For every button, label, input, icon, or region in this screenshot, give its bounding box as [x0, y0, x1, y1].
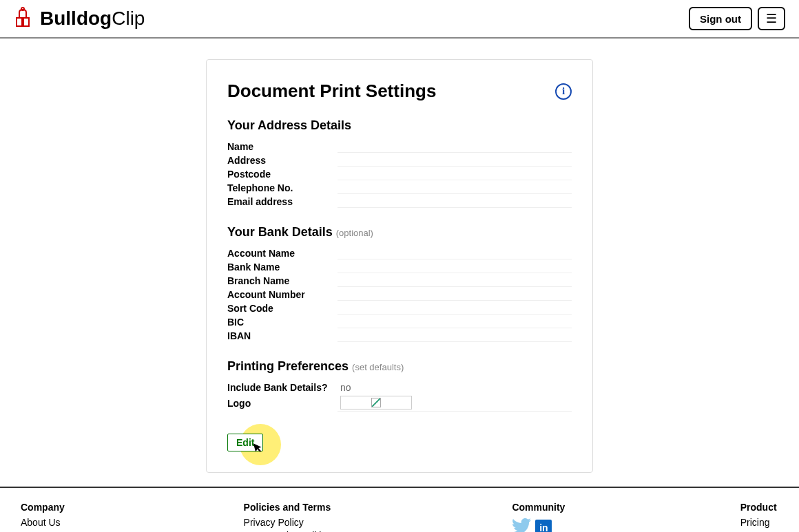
printing-section-title: Printing Preferences (set defaults)	[227, 359, 572, 374]
field-account-name: Account Name	[227, 246, 572, 260]
svg-rect-1	[23, 18, 29, 26]
field-iban: IBAN	[227, 329, 572, 343]
address-section-title: Your Address Details	[227, 118, 572, 133]
page-title: Document Print Settings	[227, 81, 436, 102]
footer-policies: Policies and Terms Privacy Policy Terms …	[244, 502, 337, 532]
field-email: Email address	[227, 195, 572, 209]
brand-logo[interactable]: BulldogClip	[14, 6, 145, 32]
menu-icon: ☰	[766, 11, 777, 26]
brand-text: BulldogClip	[40, 8, 145, 30]
field-branch-name: Branch Name	[227, 274, 572, 288]
footer-link-privacy[interactable]: Privacy Policy	[244, 517, 337, 528]
menu-button[interactable]: ☰	[758, 7, 785, 30]
field-logo: Logo	[227, 394, 572, 412]
svg-rect-0	[17, 18, 22, 26]
field-address: Address	[227, 153, 572, 167]
field-account-number: Account Number	[227, 288, 572, 301]
main-content: Document Print Settings i Your Address D…	[0, 39, 799, 487]
field-name: Name	[227, 140, 572, 153]
field-bank-name: Bank Name	[227, 260, 572, 274]
address-section: Your Address Details Name Address Postco…	[227, 118, 572, 209]
footer-company: Company About Us Contact Us Home	[21, 502, 68, 532]
footer-community: Community in	[512, 502, 565, 532]
settings-card: Document Print Settings i Your Address D…	[206, 59, 593, 473]
linkedin-icon[interactable]: in	[535, 520, 552, 533]
field-bic: BIC	[227, 315, 572, 329]
footer-product: Product Pricing FAQs Story Features	[740, 502, 778, 532]
logo-preview	[340, 396, 412, 409]
twitter-icon[interactable]	[512, 517, 531, 532]
field-telephone: Telephone No.	[227, 181, 572, 195]
printing-section: Printing Preferences (set defaults) Incl…	[227, 359, 572, 412]
field-postcode: Postcode	[227, 167, 572, 181]
field-include-bank: Include Bank Details? no	[227, 381, 572, 394]
bank-section-title: Your Bank Details (optional)	[227, 225, 572, 240]
bulldog-clip-icon	[14, 6, 37, 32]
bank-section: Your Bank Details (optional) Account Nam…	[227, 225, 572, 343]
footer: Company About Us Contact Us Home Policie…	[0, 487, 799, 532]
info-icon[interactable]: i	[555, 83, 572, 100]
footer-link-pricing[interactable]: Pricing	[740, 517, 778, 528]
header-actions: Sign out ☰	[689, 7, 785, 30]
field-sort-code: Sort Code	[227, 301, 572, 315]
header: BulldogClip Sign out ☰	[0, 0, 799, 39]
sign-out-button[interactable]: Sign out	[689, 7, 752, 30]
footer-link-about[interactable]: About Us	[21, 517, 68, 528]
edit-highlight: Edit	[227, 434, 263, 451]
